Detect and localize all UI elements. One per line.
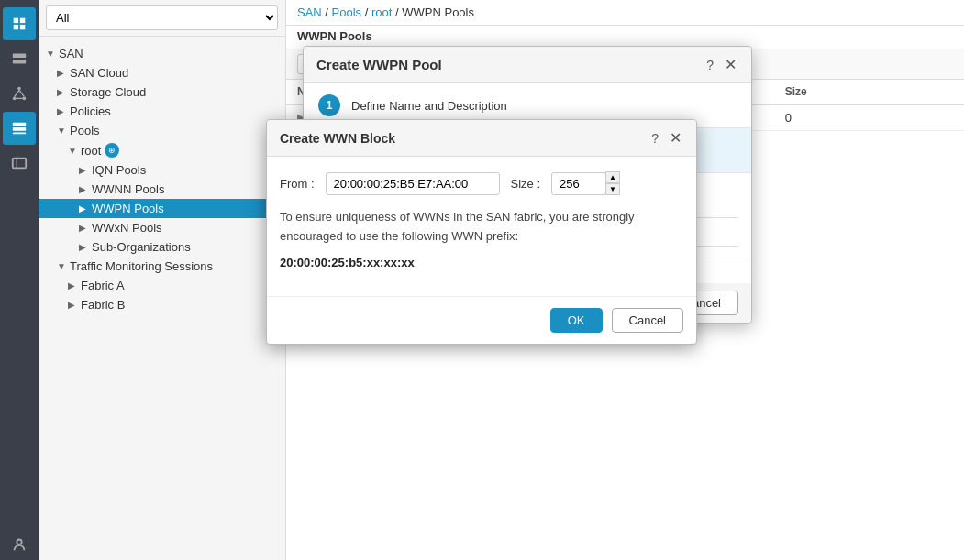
inner-dialog-ok-button[interactable]: OK xyxy=(550,308,603,333)
navigation-tree: ▼ SAN ▶ SAN Cloud ▶ Storage Cloud ▶ Poli… xyxy=(39,37,285,322)
wizard-title: Create WWPN Pool xyxy=(316,57,442,72)
nav-home[interactable] xyxy=(3,7,36,40)
filter-select[interactable]: All xyxy=(46,5,278,30)
sidebar: All ▼ SAN ▶ SAN Cloud ▶ Storage Cloud ▶ … xyxy=(39,0,286,560)
inner-dialog-cancel-button[interactable]: Cancel xyxy=(612,308,683,333)
sidebar-item-wwpn-pools[interactable]: ▶ WWPN Pools xyxy=(39,199,285,218)
svg-line-12 xyxy=(19,90,24,96)
svg-point-19 xyxy=(17,540,21,544)
svg-rect-3 xyxy=(20,25,25,29)
nav-servers[interactable] xyxy=(3,42,36,75)
tree-arrow: ▶ xyxy=(79,165,90,175)
inner-dialog-title: Create WWN Block xyxy=(280,131,395,146)
svg-rect-1 xyxy=(20,18,25,23)
sidebar-filter-dropdown[interactable]: All xyxy=(39,0,285,37)
tree-arrow: ▼ xyxy=(46,49,57,59)
size-label: Size : xyxy=(511,177,541,191)
svg-rect-14 xyxy=(13,123,26,126)
breadcrumb-san[interactable]: SAN xyxy=(297,5,322,19)
spinner-buttons: ▲ ▼ xyxy=(605,171,620,195)
from-label: From : xyxy=(280,177,315,191)
sidebar-item-wwxn-pools[interactable]: ▶ WWxN Pools xyxy=(39,218,285,237)
svg-point-6 xyxy=(23,55,26,58)
tree-arrow: ▶ xyxy=(68,280,79,291)
svg-point-7 xyxy=(23,60,26,63)
inner-dialog-header-actions: ? ✕ xyxy=(649,129,683,147)
sidebar-item-san[interactable]: ▼ SAN xyxy=(39,44,285,63)
row-size: 0 xyxy=(774,104,964,131)
sidebar-item-san-cloud[interactable]: ▶ SAN Cloud xyxy=(39,63,285,82)
nav-san[interactable] xyxy=(3,112,36,145)
nav-vm[interactable] xyxy=(3,147,36,180)
root-badge: ⊕ xyxy=(105,143,119,158)
sidebar-item-policies[interactable]: ▶ Policies xyxy=(39,102,285,121)
inner-dialog-help-button[interactable]: ? xyxy=(649,131,660,146)
svg-rect-17 xyxy=(13,159,26,169)
create-wwn-block-dialog: Create WWN Block ? ✕ From : Size : ▲ ▼ T… xyxy=(266,119,697,345)
from-input[interactable] xyxy=(326,172,500,195)
svg-rect-16 xyxy=(13,133,26,135)
tree-arrow: ▶ xyxy=(57,68,68,78)
inner-dialog-close-button[interactable]: ✕ xyxy=(668,129,683,147)
wizard-header: Create WWPN Pool ? ✕ xyxy=(304,47,751,83)
breadcrumb-root[interactable]: root xyxy=(371,5,392,19)
breadcrumb: SAN / Pools / root / WWPN Pools xyxy=(286,0,964,26)
svg-rect-0 xyxy=(14,18,18,23)
svg-point-8 xyxy=(17,87,21,91)
svg-line-11 xyxy=(15,90,19,96)
inner-dialog-body: From : Size : ▲ ▼ To ensure uniqueness o… xyxy=(267,157,696,296)
tree-arrow: ▶ xyxy=(57,106,68,116)
wizard-close-button[interactable]: ✕ xyxy=(723,56,738,73)
tree-arrow: ▶ xyxy=(79,203,90,214)
svg-rect-2 xyxy=(14,25,18,29)
wizard-help-button[interactable]: ? xyxy=(704,58,715,72)
sidebar-item-pools[interactable]: ▼ Pools xyxy=(39,121,285,140)
size-input[interactable] xyxy=(551,172,606,195)
inner-dialog-header: Create WWN Block ? ✕ xyxy=(267,120,696,157)
wwn-prefix: 20:00:00:25:b5:xx:xx:xx xyxy=(280,254,683,273)
tree-arrow: ▶ xyxy=(79,242,90,252)
sidebar-item-fabric-a[interactable]: ▶ Fabric A xyxy=(39,276,285,295)
spinner-up-button[interactable]: ▲ xyxy=(605,171,620,183)
spinner-down-button[interactable]: ▼ xyxy=(605,183,620,195)
tree-arrow: ▶ xyxy=(68,300,79,310)
tree-arrow: ▶ xyxy=(57,87,68,97)
svg-rect-15 xyxy=(13,127,26,131)
wizard-header-actions: ? ✕ xyxy=(704,56,738,73)
icon-navigation xyxy=(0,0,39,560)
sidebar-item-fabric-b[interactable]: ▶ Fabric B xyxy=(39,295,285,314)
nav-network[interactable] xyxy=(3,77,36,110)
sidebar-item-storage-cloud[interactable]: ▶ Storage Cloud xyxy=(39,82,285,102)
breadcrumb-pools[interactable]: Pools xyxy=(332,5,362,19)
tree-arrow: ▶ xyxy=(79,184,90,194)
sidebar-item-wwnn-pools[interactable]: ▶ WWNN Pools xyxy=(39,180,285,199)
sidebar-item-iqn-pools[interactable]: ▶ IQN Pools xyxy=(39,160,285,180)
col-size: Size xyxy=(774,80,964,104)
step-1-number: 1 xyxy=(318,94,340,116)
breadcrumb-current: WWPN Pools xyxy=(402,5,474,19)
sidebar-item-sub-orgs[interactable]: ▶ Sub-Organizations xyxy=(39,237,285,257)
step-1-label: Define Name and Description xyxy=(351,99,507,113)
tree-arrow: ▼ xyxy=(57,261,68,271)
from-row: From : Size : ▲ ▼ xyxy=(280,171,683,195)
nav-admin[interactable] xyxy=(3,527,36,560)
inner-dialog-footer: OK Cancel xyxy=(267,296,696,344)
tree-arrow: ▼ xyxy=(57,126,68,136)
tree-arrow: ▼ xyxy=(68,146,79,156)
tree-arrow: ▶ xyxy=(79,223,90,233)
sidebar-item-root[interactable]: ▼ root ⊕ xyxy=(39,140,285,160)
info-box: To ensure uniqueness of WWNs in the SAN … xyxy=(280,208,683,272)
size-spinner: ▲ ▼ xyxy=(551,171,620,195)
sidebar-item-traffic-monitoring[interactable]: ▼ Traffic Monitoring Sessions xyxy=(39,257,285,276)
